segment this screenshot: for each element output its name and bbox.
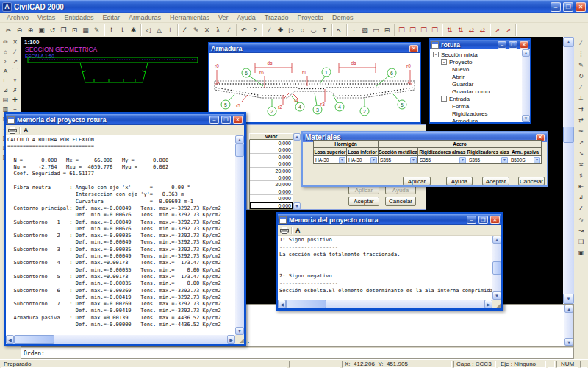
edit-tool-icon[interactable]: ↗ bbox=[576, 137, 587, 148]
toolbar-icon[interactable]: ❐ bbox=[58, 24, 69, 36]
edit-tool-icon[interactable]: ⇉ bbox=[576, 104, 587, 115]
toolbar-icon[interactable]: ✕ bbox=[201, 24, 212, 36]
command-scrollbar[interactable]: ▲ ▼ bbox=[564, 305, 573, 346]
memoria1-vscrollbar[interactable]: ▲ ▼ bbox=[235, 135, 244, 335]
scroll-down-icon[interactable]: ▼ bbox=[235, 327, 244, 335]
scroll-right-icon[interactable]: ▶ bbox=[484, 300, 492, 308]
edit-tool-icon[interactable]: ✎ bbox=[576, 60, 587, 71]
restore-button[interactable]: ❐ bbox=[563, 2, 573, 12]
edit-tool-icon[interactable]: ⊥ bbox=[576, 93, 587, 104]
toolbar-icon[interactable]: λ bbox=[212, 24, 223, 36]
toolbar-icon[interactable]: T bbox=[319, 24, 330, 36]
edit-tool-icon[interactable]: ❏ bbox=[576, 236, 587, 247]
toolbar-icon[interactable]: ▦ bbox=[80, 24, 91, 36]
scroll-left-icon[interactable]: ◀ bbox=[6, 335, 14, 344]
draw-tool-icon[interactable]: ✚ bbox=[10, 95, 20, 105]
close-icon[interactable]: ✕ bbox=[233, 116, 243, 124]
menu-item[interactable]: Herramientas bbox=[165, 14, 214, 21]
resize-grip[interactable]: ◢ bbox=[235, 335, 244, 344]
valor-cell[interactable]: 0,000 bbox=[250, 174, 293, 181]
draw-tool-icon[interactable]: ⌂ bbox=[1, 47, 10, 57]
scroll-thumb[interactable] bbox=[14, 335, 54, 344]
draw-tool-icon[interactable]: Σ bbox=[1, 57, 10, 66]
toolbar-icon-pan[interactable]: ⇅ bbox=[455, 24, 466, 36]
scroll-down-icon[interactable]: ▼ bbox=[293, 202, 301, 210]
tree-item-armadura[interactable]: Armadura bbox=[431, 117, 530, 122]
scroll-up-icon[interactable]: ▲ bbox=[492, 236, 501, 244]
scroll-thumb[interactable] bbox=[492, 261, 501, 275]
toolbar-icon[interactable]: △ bbox=[154, 24, 165, 36]
toolbar-icon[interactable]: ▨ bbox=[359, 24, 370, 36]
toolbar-icon-pan[interactable]: ⇅ bbox=[444, 24, 455, 36]
toolbar-icon[interactable]: ✚ bbox=[275, 24, 286, 36]
memoria1-titlebar[interactable]: Memoria del proyecto rotura ‒ ❐ ✕ bbox=[6, 114, 244, 125]
toolbar-icon[interactable]: ⊡ bbox=[69, 24, 80, 36]
edit-tool-icon[interactable]: ↲ bbox=[576, 192, 587, 203]
tree-scrollbar[interactable]: ▲ ▼ bbox=[522, 49, 530, 122]
toolbar-icon-view-cube[interactable]: ❒ bbox=[429, 24, 440, 36]
memoria1-hscrollbar[interactable]: ◀ ▶ bbox=[6, 335, 235, 344]
toolbar-icon[interactable]: ∕ bbox=[264, 24, 275, 36]
toolbar-icon[interactable]: ▷ bbox=[286, 24, 297, 36]
edit-tool-icon[interactable]: ∿ bbox=[576, 214, 587, 225]
chevron-down-icon[interactable]: ▼ bbox=[370, 157, 377, 163]
cancelar-button[interactable]: Cancelar bbox=[518, 177, 545, 185]
scroll-left-icon[interactable]: ◀ bbox=[278, 300, 286, 308]
close-button[interactable]: ✕ bbox=[576, 2, 586, 12]
edit-tool-icon[interactable]: ✂ bbox=[576, 126, 587, 137]
rotura-titlebar[interactable]: rotura ‒ ❐ ✕ bbox=[430, 40, 530, 49]
valor-cell[interactable]: 0,000 bbox=[250, 146, 293, 153]
edit-tool-icon[interactable]: ▣ bbox=[576, 247, 587, 258]
tree-item-rigidizadores[interactable]: Rigidizadores bbox=[431, 110, 530, 117]
menu-item[interactable]: Entidades bbox=[60, 14, 98, 21]
toolbar-icon-view-cube[interactable]: ❒ bbox=[396, 24, 407, 36]
resize-grip[interactable]: ◢ bbox=[492, 300, 501, 308]
scroll-up-icon[interactable]: ▲ bbox=[235, 135, 244, 144]
draw-tool-icon[interactable]: A bbox=[1, 66, 10, 76]
toolbar-icon[interactable]: ✱ bbox=[128, 24, 139, 36]
print-icon[interactable] bbox=[8, 127, 17, 134]
tree-item-guardar-como[interactable]: Guardar como... bbox=[431, 88, 530, 95]
scroll-thumb[interactable] bbox=[235, 144, 244, 157]
edit-tool-icon[interactable]: ≍ bbox=[576, 159, 587, 170]
menu-item[interactable]: Proyecto bbox=[293, 14, 329, 21]
minimize-icon[interactable]: ‒ bbox=[209, 116, 219, 124]
tree-item-forma[interactable]: Forma bbox=[431, 102, 530, 110]
toolbar-icon[interactable]: ⊥ bbox=[165, 24, 176, 36]
memoria2-hscrollbar[interactable]: ◀ ▶ bbox=[278, 300, 492, 308]
chevron-down-icon[interactable]: ▼ bbox=[459, 157, 466, 163]
toolbar-icon[interactable]: ∕ bbox=[223, 24, 234, 36]
cancelar-button[interactable]: Cancelar bbox=[385, 197, 416, 206]
material-dropdown[interactable]: HA-30▼ bbox=[313, 156, 347, 164]
toolbar-icon[interactable]: · bbox=[348, 24, 359, 36]
draw-tool-icon[interactable]: ✗ bbox=[10, 85, 20, 95]
draw-tool-icon[interactable]: ⊿ bbox=[1, 85, 10, 95]
chevron-down-icon[interactable]: ▼ bbox=[534, 157, 540, 163]
material-dropdown[interactable]: S355▼ bbox=[418, 156, 467, 164]
menu-item[interactable]: Demos bbox=[328, 14, 358, 21]
edit-tool-icon[interactable]: ⇄ bbox=[576, 115, 587, 126]
toolbar-icon-pan[interactable]: ⇄ bbox=[477, 24, 488, 36]
close-icon[interactable]: ✕ bbox=[490, 216, 500, 224]
menu-item[interactable]: Trazado bbox=[260, 14, 293, 21]
toolbar-icon[interactable]: ↺ bbox=[47, 24, 58, 36]
chevron-down-icon[interactable]: ▼ bbox=[339, 157, 345, 163]
toolbar-icon[interactable]: ◁ bbox=[143, 24, 154, 36]
toolbar-icon-rotate[interactable]: ↗ bbox=[503, 24, 514, 36]
collapse-icon[interactable]: - bbox=[441, 96, 447, 102]
edit-tool-icon[interactable]: ⇤ bbox=[576, 181, 587, 192]
minimize-icon[interactable]: ‒ bbox=[467, 216, 476, 224]
aceptar-button[interactable]: Aceptar bbox=[348, 197, 379, 206]
toolbar-icon[interactable]: ⊕ bbox=[25, 24, 36, 36]
draw-tool-icon[interactable]: Y bbox=[10, 76, 20, 85]
toolbar-icon[interactable]: ↖ bbox=[334, 24, 345, 36]
toolbar-icon-rotate[interactable]: ↗ bbox=[492, 24, 503, 36]
scroll-right-icon[interactable]: ▶ bbox=[227, 335, 235, 344]
valor-cell[interactable]: 20,000 bbox=[250, 168, 293, 174]
toolbar-icon-pan[interactable]: ⇄ bbox=[466, 24, 477, 36]
command-input[interactable]: Orden: bbox=[21, 347, 574, 359]
toolbar-icon[interactable]: ∠ bbox=[179, 24, 190, 36]
material-dropdown[interactable]: S355▼ bbox=[467, 156, 509, 164]
material-dropdown[interactable]: B500S▼ bbox=[509, 156, 542, 164]
tree-item-proyecto[interactable]: -Proyecto bbox=[431, 58, 530, 66]
